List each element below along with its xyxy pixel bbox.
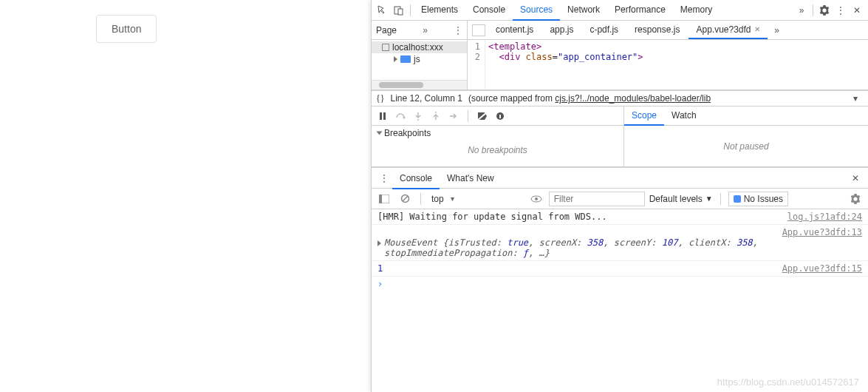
demo-button[interactable]: Button bbox=[96, 15, 157, 43]
tree-folder-label[interactable]: js bbox=[414, 54, 420, 64]
step-into-icon[interactable] bbox=[411, 109, 425, 123]
svg-point-4 bbox=[403, 116, 406, 118]
file-tabs: content.jsapp.jsc-pdf.jsresponse.jsApp.v… bbox=[468, 21, 868, 40]
kebab-menu-icon[interactable]: ⋮ bbox=[833, 2, 849, 18]
kebab-menu-icon[interactable]: ⋮ bbox=[376, 170, 392, 186]
drawer-tabs: ⋮ ConsoleWhat's New ✕ bbox=[372, 168, 868, 189]
svg-point-5 bbox=[417, 119, 419, 121]
dropdown-icon[interactable]: ▾ bbox=[847, 90, 864, 107]
settings-gear-icon[interactable] bbox=[816, 2, 833, 18]
inspect-icon[interactable] bbox=[375, 2, 391, 18]
step-out-icon[interactable] bbox=[429, 109, 442, 123]
source-mapped-text: (source mapped from cjs.js?!../node_modu… bbox=[468, 93, 711, 104]
panel-tab-network[interactable]: Network bbox=[560, 0, 607, 21]
page-viewport: Button bbox=[0, 0, 371, 392]
svg-line-14 bbox=[403, 196, 408, 201]
log-row: 1 App.vue?3dfd:15 bbox=[372, 261, 868, 277]
code-editor[interactable]: 12 <template> <div class="app_container"… bbox=[468, 40, 868, 89]
context-select[interactable]: top bbox=[428, 192, 457, 206]
expand-object-icon[interactable] bbox=[377, 240, 381, 246]
no-issues-badge[interactable]: No Issues bbox=[728, 192, 788, 206]
console-prompt[interactable]: › bbox=[372, 277, 868, 291]
log-source-link[interactable]: App.vue?3dfd:13 bbox=[782, 227, 862, 237]
log-row: App.vue?3dfd:13 MouseEvent {isTrusted: t… bbox=[372, 225, 868, 261]
close-tab-icon[interactable]: ✕ bbox=[754, 25, 760, 33]
not-paused-label: Not paused bbox=[624, 126, 868, 166]
file-tab[interactable]: response.js bbox=[627, 21, 687, 39]
kebab-menu-icon[interactable]: ⋮ bbox=[454, 25, 462, 36]
devtools-panel: ElementsConsoleSourcesNetworkPerformance… bbox=[371, 0, 868, 392]
editor-status-bar: {} Line 12, Column 1 (source mapped from… bbox=[372, 90, 868, 107]
file-tab[interactable]: App.vue?3dfd✕ bbox=[688, 21, 767, 39]
panel-tab-memory[interactable]: Memory bbox=[673, 0, 720, 21]
source-map-link[interactable]: cjs.js?!../node_modules/babel-loader/lib bbox=[555, 93, 711, 104]
scope-tab-watch[interactable]: Watch bbox=[664, 107, 704, 126]
pause-on-exceptions-icon[interactable] bbox=[493, 109, 507, 123]
folder-icon bbox=[400, 55, 411, 63]
devtools-tabs: ElementsConsoleSourcesNetworkPerformance… bbox=[414, 0, 793, 21]
console-filter-input[interactable] bbox=[549, 192, 645, 206]
step-over-icon[interactable] bbox=[394, 109, 407, 123]
more-tabs-icon[interactable]: » bbox=[793, 2, 810, 18]
svg-rect-12 bbox=[379, 195, 382, 203]
page-nav-label[interactable]: Page bbox=[376, 25, 397, 36]
clear-console-icon[interactable] bbox=[397, 191, 413, 207]
panel-tab-sources[interactable]: Sources bbox=[513, 0, 560, 21]
panel-tab-performance[interactable]: Performance bbox=[607, 0, 673, 21]
navigator-pane: Page » ⋮ localhost:xxx js bbox=[372, 21, 468, 89]
cursor-position: Line 12, Column 1 bbox=[391, 93, 462, 104]
log-message: MouseEvent {isTrusted: true, screenX: 35… bbox=[384, 237, 862, 258]
console-output[interactable]: [HMR] Waiting for update signal from WDS… bbox=[372, 209, 868, 392]
no-breakpoints-label: No breakpoints bbox=[372, 141, 623, 160]
console-settings-gear-icon[interactable] bbox=[847, 191, 864, 207]
pause-icon[interactable] bbox=[376, 109, 389, 123]
svg-rect-10 bbox=[499, 115, 501, 118]
tree-root-label: localhost:xxx bbox=[392, 42, 443, 53]
svg-rect-3 bbox=[383, 112, 386, 120]
file-tab[interactable]: content.js bbox=[488, 21, 541, 39]
svg-point-7 bbox=[450, 115, 451, 117]
expand-icon[interactable] bbox=[394, 56, 397, 62]
horizontal-scrollbar[interactable] bbox=[372, 80, 467, 89]
panel-tab-console[interactable]: Console bbox=[465, 0, 513, 21]
log-levels-select[interactable]: Default levels ▼ bbox=[649, 194, 713, 204]
svg-rect-1 bbox=[398, 9, 403, 15]
file-tab[interactable]: c-pdf.js bbox=[582, 21, 626, 39]
console-toolbar: top Default levels ▼ No Issues bbox=[372, 189, 868, 209]
log-row: [HMR] Waiting for update signal from WDS… bbox=[372, 209, 868, 225]
log-message: 1 bbox=[377, 263, 773, 274]
debugger-toolbar bbox=[372, 107, 623, 126]
drawer-tab-console[interactable]: Console bbox=[392, 169, 440, 189]
svg-rect-2 bbox=[380, 112, 382, 120]
drawer-tab-what-s-new[interactable]: What's New bbox=[440, 169, 502, 189]
eye-icon[interactable] bbox=[528, 191, 544, 207]
file-tab[interactable]: app.js bbox=[542, 21, 581, 39]
scope-tab-scope[interactable]: Scope bbox=[624, 107, 664, 126]
file-tabs-left-icon[interactable] bbox=[471, 22, 487, 38]
deactivate-breakpoints-icon[interactable] bbox=[476, 109, 489, 123]
svg-point-16 bbox=[535, 197, 538, 200]
collapse-icon bbox=[377, 132, 383, 135]
issues-icon bbox=[734, 195, 741, 203]
close-drawer-icon[interactable]: ✕ bbox=[847, 170, 864, 186]
more-tabs-icon[interactable]: » bbox=[769, 22, 785, 38]
devtools-toolbar: ElementsConsoleSourcesNetworkPerformance… bbox=[372, 0, 868, 21]
breakpoints-section-header[interactable]: Breakpoints bbox=[372, 126, 623, 141]
log-source-link[interactable]: App.vue?3dfd:15 bbox=[782, 263, 862, 274]
device-toggle-icon[interactable] bbox=[391, 2, 407, 18]
svg-point-6 bbox=[435, 112, 437, 113]
step-icon[interactable] bbox=[447, 109, 460, 123]
log-message: [HMR] Waiting for update signal from WDS… bbox=[377, 212, 779, 222]
file-tree[interactable]: localhost:xxx js bbox=[372, 40, 467, 80]
braces-icon[interactable]: {} bbox=[376, 93, 385, 104]
close-devtools-icon[interactable]: ✕ bbox=[849, 2, 865, 18]
panel-tab-elements[interactable]: Elements bbox=[414, 0, 465, 21]
more-nav-icon[interactable]: » bbox=[423, 25, 428, 36]
log-source-link[interactable]: log.js?1afd:24 bbox=[787, 212, 862, 222]
scope-watch-tabs: ScopeWatch bbox=[624, 107, 868, 126]
sidebar-toggle-icon[interactable] bbox=[376, 191, 392, 207]
